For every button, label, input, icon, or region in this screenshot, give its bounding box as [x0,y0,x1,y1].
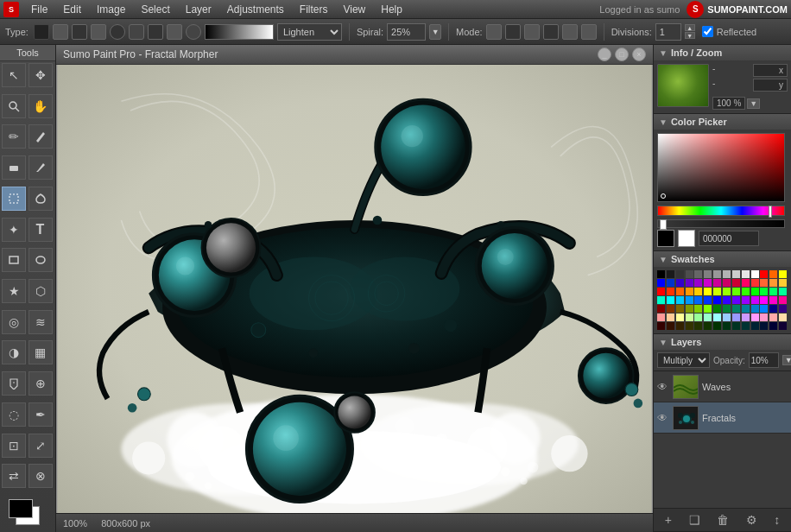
tool-smudge[interactable]: ≋ [28,310,53,334]
swatch-66[interactable] [751,305,759,313]
tool-eraser[interactable] [2,155,26,180]
tool-text[interactable]: T [28,218,53,242]
swatch-52[interactable] [751,296,759,304]
swatch-45[interactable] [686,296,693,304]
swatch-85[interactable] [667,322,674,330]
swatch-62[interactable] [713,305,721,313]
swatch-29[interactable] [667,288,674,295]
swatch-40[interactable] [769,288,777,295]
swatch-69[interactable] [779,305,787,313]
swatch-91[interactable] [723,322,731,330]
swatch-51[interactable] [742,296,750,304]
tool-brush[interactable] [28,124,53,149]
menu-edit[interactable]: Edit [56,2,88,17]
color-preview-fg[interactable] [657,230,674,247]
swatch-82[interactable] [769,314,777,321]
swatch-61[interactable] [704,305,712,313]
swatch-50[interactable] [732,296,740,304]
swatch-76[interactable] [713,314,721,321]
canvas-content[interactable] [56,65,653,513]
swatch-7[interactable] [723,270,731,278]
swatch-93[interactable] [742,322,750,330]
swatch-64[interactable] [732,305,740,313]
swatch-80[interactable] [751,314,759,321]
swatch-14[interactable] [657,279,665,287]
blend-mode-select[interactable]: LightenNormalMultiply [277,23,342,41]
swatch-55[interactable] [779,296,787,304]
swatch-19[interactable] [704,279,712,287]
menu-filters[interactable]: Filters [293,2,335,17]
swatch-28[interactable] [657,288,665,295]
swatch-89[interactable] [704,322,712,330]
tool-extra[interactable]: ⊗ [28,464,53,488]
opacity-dropdown[interactable]: ▼ [782,355,791,365]
color-gradient-box[interactable] [657,133,785,202]
swatch-0[interactable] [657,270,665,278]
swatch-81[interactable] [760,314,768,321]
swatch-65[interactable] [742,305,750,313]
swatch-37[interactable] [742,288,750,295]
type-icon-5[interactable] [110,24,125,40]
zoom-dropdown[interactable]: ▼ [747,98,760,109]
reflected-checkbox[interactable] [702,26,713,37]
layer-blend-mode[interactable]: MultiplyNormalOverlay [657,352,710,368]
spiral-dropdown[interactable]: ▼ [429,24,441,40]
layer-waves[interactable]: 👁 Waves [654,371,791,402]
swatch-97[interactable] [779,322,787,330]
swatch-79[interactable] [742,314,750,321]
tool-eyedropper[interactable] [28,155,53,180]
type-icon-7[interactable] [148,24,163,40]
swatch-71[interactable] [667,314,674,321]
mode-icon-1[interactable] [486,24,502,40]
color-alpha-bar[interactable] [657,219,785,228]
swatch-54[interactable] [769,296,777,304]
menu-view[interactable]: View [336,2,372,17]
swatch-3[interactable] [686,270,693,278]
menu-file[interactable]: File [24,2,54,17]
swatch-87[interactable] [686,322,693,330]
tool-rect-select[interactable] [2,187,26,211]
swatch-44[interactable] [676,296,684,304]
swatch-72[interactable] [676,314,684,321]
mode-icon-4[interactable] [543,24,559,40]
swatch-47[interactable] [704,296,712,304]
add-layer-button[interactable]: + [661,511,675,529]
swatch-68[interactable] [769,305,777,313]
tool-hand[interactable]: ✋ [28,94,53,118]
swatch-31[interactable] [686,288,693,295]
swatch-49[interactable] [723,296,731,304]
layers-header[interactable]: ▼ Layers [654,334,791,350]
layer-settings-button[interactable]: ⚙ [743,511,761,529]
menu-adjustments[interactable]: Adjustments [220,2,291,17]
swatch-25[interactable] [760,279,768,287]
type-icon-3[interactable] [72,24,87,40]
swatch-43[interactable] [667,296,674,304]
tool-crop[interactable]: ⊡ [2,434,26,458]
color-spectrum[interactable] [657,206,785,216]
tool-star[interactable]: ★ [2,279,26,303]
divisions-input[interactable] [655,23,681,41]
swatch-36[interactable] [732,288,740,295]
swatch-46[interactable] [694,296,702,304]
layer-fractals[interactable]: 👁 Fractals [654,402,791,434]
swatch-73[interactable] [686,314,693,321]
swatch-90[interactable] [713,322,721,330]
swatch-11[interactable] [760,270,768,278]
swatch-9[interactable] [742,270,750,278]
swatch-84[interactable] [657,322,665,330]
delete-layer-button[interactable]: 🗑 [713,511,732,529]
tool-magic-wand[interactable]: ✦ [2,218,26,242]
swatch-70[interactable] [657,314,665,321]
tool-transform[interactable]: ⤢ [28,434,53,458]
swatch-8[interactable] [732,270,740,278]
swatch-57[interactable] [667,305,674,313]
swatch-94[interactable] [751,322,759,330]
swatch-42[interactable] [657,296,665,304]
swatch-78[interactable] [732,314,740,321]
type-icon-2[interactable] [53,24,68,40]
tool-polygon[interactable]: ⬡ [28,279,53,303]
spiral-input[interactable] [387,23,426,41]
swatch-74[interactable] [694,314,702,321]
type-icon-8[interactable] [167,24,182,40]
swatch-67[interactable] [760,305,768,313]
